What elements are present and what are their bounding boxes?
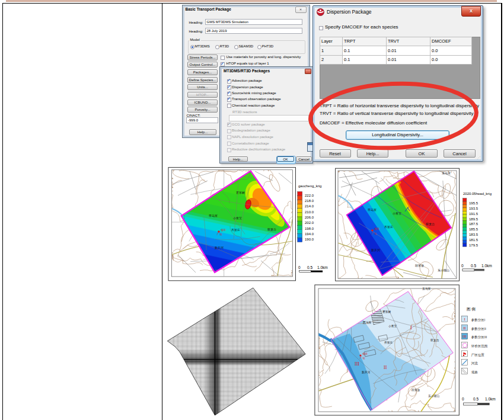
svg-text:双龙台: 双龙台 [426, 222, 435, 226]
svg-text:I: I [464, 317, 465, 321]
svg-text:双龙台: 双龙台 [267, 227, 276, 231]
svg-text:新开河: 新开河 [362, 370, 371, 374]
svg-text:新开河: 新开河 [371, 248, 380, 252]
svg-text:193.5: 193.5 [469, 207, 479, 210]
svg-text:181.5: 181.5 [469, 238, 479, 242]
svg-text:道路: 道路 [471, 370, 479, 374]
svg-text:参数分区III: 参数分区III [471, 335, 487, 339]
svg-text:齐家庄: 齐家庄 [231, 228, 240, 232]
svg-text:图 例: 图 例 [467, 307, 476, 312]
svg-text:东马家: 东马家 [442, 171, 451, 175]
svg-text:194.0: 194.0 [305, 232, 314, 236]
svg-text:河流: 河流 [471, 361, 479, 366]
svg-text:1.0km: 1.0km [481, 264, 492, 268]
svg-text:III: III [462, 334, 467, 338]
svg-text:187.5: 187.5 [469, 222, 479, 226]
svg-text:II: II [463, 326, 465, 330]
svg-text:参数分区II: 参数分区II [471, 327, 487, 331]
svg-text:218.0: 218.0 [305, 199, 314, 203]
svg-text:214.0: 214.0 [305, 204, 314, 208]
svg-text:0.5: 0.5 [307, 265, 312, 270]
svg-text:222.0: 222.0 [305, 194, 314, 197]
svg-text:185.5: 185.5 [469, 227, 479, 231]
svg-text:0: 0 [298, 265, 301, 270]
svg-text:段家垒: 段家垒 [415, 264, 424, 267]
svg-text:厂址: 厂址 [371, 232, 378, 235]
svg-text:183.5: 183.5 [469, 233, 479, 236]
svg-text:项目: 项目 [362, 352, 368, 355]
svg-text:0: 0 [461, 264, 464, 268]
svg-text:东小陵山: 东小陵山 [428, 394, 439, 397]
svg-text:190.0: 190.0 [305, 238, 314, 241]
svg-text:II: II [384, 365, 387, 370]
svg-text:1.0km: 1.0km [485, 397, 496, 401]
svg-text:2020.05head_krig: 2020.05head_krig [463, 192, 492, 195]
svg-text:评价区范围: 评价区范围 [471, 344, 488, 348]
svg-text:III: III [355, 361, 359, 367]
svg-text:带马家: 带马家 [209, 214, 218, 217]
svg-text:179.5: 179.5 [469, 243, 479, 247]
svg-text:齐家庄: 齐家庄 [384, 341, 393, 344]
svg-text:项目: 项目 [221, 229, 226, 232]
svg-text:西马家: 西马家 [363, 320, 372, 324]
svg-text:带马家: 带马家 [368, 208, 377, 211]
svg-text:参数分区I: 参数分区I [471, 318, 486, 322]
svg-text:霍家树: 霍家树 [236, 191, 245, 194]
svg-text:195.5: 195.5 [469, 201, 479, 205]
svg-text:191.5: 191.5 [469, 212, 479, 216]
svg-text:项目: 项目 [374, 227, 379, 230]
svg-text:I: I [410, 325, 412, 331]
svg-text:新开河: 新开河 [215, 246, 224, 250]
svg-text:189.5: 189.5 [469, 217, 479, 221]
svg-text:0.5: 0.5 [471, 264, 476, 268]
svg-text:厂址: 厂址 [216, 232, 223, 236]
svg-text:210.0: 210.0 [305, 210, 314, 214]
svg-text:霍家树: 霍家树 [382, 310, 391, 313]
svg-text:小青宝: 小青宝 [388, 324, 397, 328]
svg-text:小青宝: 小青宝 [393, 211, 401, 215]
svg-text:198.0: 198.0 [305, 227, 314, 230]
svg-text:206.0: 206.0 [305, 216, 314, 219]
svg-text:段家垒: 段家垒 [412, 388, 420, 392]
svg-text:0: 0 [462, 397, 464, 401]
svg-text:202.0: 202.0 [305, 221, 314, 225]
svg-text:东小陵山: 东小陵山 [438, 268, 449, 272]
svg-text:0.5: 0.5 [473, 397, 479, 401]
svg-text:厂址: 厂址 [359, 356, 366, 360]
svg-text:小青宝: 小青宝 [233, 216, 242, 220]
svg-text:1.0km: 1.0km [317, 265, 328, 270]
svg-text:东马家: 东马家 [422, 287, 431, 290]
svg-text:齐家庄: 齐家庄 [384, 225, 393, 229]
svg-text:gaocheng_krig: gaocheng_krig [298, 184, 321, 188]
svg-text:厂区位置: 厂区位置 [471, 353, 485, 357]
